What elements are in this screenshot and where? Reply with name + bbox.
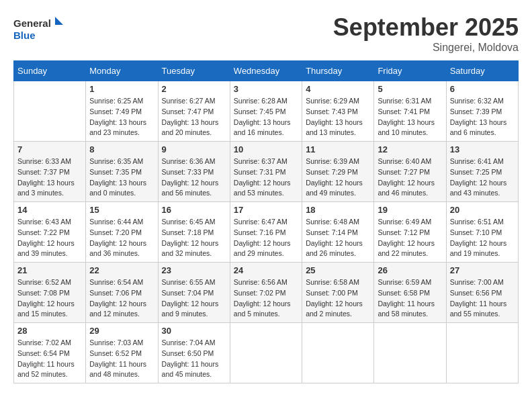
day-info: Sunrise: 6:43 AM Sunset: 7:22 PM Dayligh… <box>17 217 82 259</box>
day-number: 4 <box>306 84 370 94</box>
calendar-cell: 26Sunrise: 6:59 AM Sunset: 6:58 PM Dayli… <box>374 263 446 323</box>
day-info: Sunrise: 6:36 AM Sunset: 7:33 PM Dayligh… <box>162 156 226 199</box>
day-info: Sunrise: 6:45 AM Sunset: 7:18 PM Dayligh… <box>162 217 226 259</box>
day-number: 30 <box>162 326 226 336</box>
calendar-header-row: SundayMondayTuesdayWednesdayThursdayFrid… <box>14 61 519 81</box>
day-number: 17 <box>234 205 298 215</box>
day-number: 2 <box>162 84 226 94</box>
day-info: Sunrise: 6:44 AM Sunset: 7:20 PM Dayligh… <box>89 217 154 259</box>
day-number: 27 <box>450 265 515 275</box>
day-number: 13 <box>450 144 515 154</box>
calendar-cell <box>302 323 374 383</box>
header-tuesday: Tuesday <box>158 61 230 81</box>
day-info: Sunrise: 6:25 AM Sunset: 7:49 PM Dayligh… <box>89 96 154 138</box>
day-number: 22 <box>89 265 154 275</box>
calendar-week-row: 21Sunrise: 6:52 AM Sunset: 7:08 PM Dayli… <box>14 263 519 323</box>
day-number: 26 <box>378 265 442 275</box>
day-info: Sunrise: 6:41 AM Sunset: 7:25 PM Dayligh… <box>450 156 515 199</box>
calendar-cell: 16Sunrise: 6:45 AM Sunset: 7:18 PM Dayli… <box>158 202 230 263</box>
calendar-cell: 19Sunrise: 6:49 AM Sunset: 7:12 PM Dayli… <box>374 202 446 263</box>
calendar-cell: 30Sunrise: 7:04 AM Sunset: 6:50 PM Dayli… <box>158 323 230 383</box>
header-sunday: Sunday <box>14 61 86 81</box>
calendar-week-row: 7Sunrise: 6:33 AM Sunset: 7:37 PM Daylig… <box>14 142 519 202</box>
calendar-cell <box>446 323 518 383</box>
calendar-table: SundayMondayTuesdayWednesdayThursdayFrid… <box>13 60 519 383</box>
logo: General Blue <box>13 13 67 47</box>
day-info: Sunrise: 6:55 AM Sunset: 7:04 PM Dayligh… <box>162 277 226 320</box>
calendar-cell: 11Sunrise: 6:39 AM Sunset: 7:29 PM Dayli… <box>302 142 374 202</box>
calendar-cell: 28Sunrise: 7:02 AM Sunset: 6:54 PM Dayli… <box>14 323 86 383</box>
calendar-cell: 13Sunrise: 6:41 AM Sunset: 7:25 PM Dayli… <box>446 142 518 202</box>
day-info: Sunrise: 6:32 AM Sunset: 7:39 PM Dayligh… <box>450 96 515 138</box>
calendar-cell: 10Sunrise: 6:37 AM Sunset: 7:31 PM Dayli… <box>230 142 302 202</box>
calendar-cell: 29Sunrise: 7:03 AM Sunset: 6:52 PM Dayli… <box>86 323 158 383</box>
day-info: Sunrise: 6:56 AM Sunset: 7:02 PM Dayligh… <box>234 277 298 320</box>
day-number: 20 <box>450 205 515 215</box>
month-title: September 2025 <box>333 13 519 42</box>
calendar-cell: 9Sunrise: 6:36 AM Sunset: 7:33 PM Daylig… <box>158 142 230 202</box>
calendar-cell: 18Sunrise: 6:48 AM Sunset: 7:14 PM Dayli… <box>302 202 374 263</box>
calendar-week-row: 28Sunrise: 7:02 AM Sunset: 6:54 PM Dayli… <box>14 323 519 383</box>
calendar-cell: 1Sunrise: 6:25 AM Sunset: 7:49 PM Daylig… <box>86 81 158 142</box>
day-number: 10 <box>234 144 298 154</box>
calendar-cell: 4Sunrise: 6:29 AM Sunset: 7:43 PM Daylig… <box>302 81 374 142</box>
day-info: Sunrise: 6:29 AM Sunset: 7:43 PM Dayligh… <box>306 96 370 138</box>
page-header: General Blue September 2025 Singerei, Mo… <box>13 13 519 54</box>
header-friday: Friday <box>374 61 446 81</box>
day-info: Sunrise: 6:33 AM Sunset: 7:37 PM Dayligh… <box>17 156 82 199</box>
day-number: 18 <box>306 205 370 215</box>
calendar-cell: 8Sunrise: 6:35 AM Sunset: 7:35 PM Daylig… <box>86 142 158 202</box>
calendar-cell: 15Sunrise: 6:44 AM Sunset: 7:20 PM Dayli… <box>86 202 158 263</box>
calendar-cell: 7Sunrise: 6:33 AM Sunset: 7:37 PM Daylig… <box>14 142 86 202</box>
day-info: Sunrise: 6:35 AM Sunset: 7:35 PM Dayligh… <box>89 156 154 199</box>
day-info: Sunrise: 6:49 AM Sunset: 7:12 PM Dayligh… <box>378 217 442 259</box>
header-monday: Monday <box>86 61 158 81</box>
day-info: Sunrise: 6:47 AM Sunset: 7:16 PM Dayligh… <box>234 217 298 259</box>
day-info: Sunrise: 7:04 AM Sunset: 6:50 PM Dayligh… <box>162 338 226 380</box>
day-number: 9 <box>162 144 226 154</box>
day-number: 29 <box>89 326 154 336</box>
svg-text:Blue: Blue <box>13 30 36 41</box>
day-info: Sunrise: 6:27 AM Sunset: 7:47 PM Dayligh… <box>162 96 226 138</box>
day-info: Sunrise: 6:48 AM Sunset: 7:14 PM Dayligh… <box>306 217 370 259</box>
calendar-cell <box>14 81 86 142</box>
calendar-cell: 6Sunrise: 6:32 AM Sunset: 7:39 PM Daylig… <box>446 81 518 142</box>
header-saturday: Saturday <box>446 61 518 81</box>
calendar-cell <box>374 323 446 383</box>
day-info: Sunrise: 6:37 AM Sunset: 7:31 PM Dayligh… <box>234 156 298 199</box>
day-number: 24 <box>234 265 298 275</box>
day-info: Sunrise: 6:51 AM Sunset: 7:10 PM Dayligh… <box>450 217 515 259</box>
day-info: Sunrise: 6:59 AM Sunset: 6:58 PM Dayligh… <box>378 277 442 320</box>
day-number: 23 <box>162 265 226 275</box>
calendar-cell: 22Sunrise: 6:54 AM Sunset: 7:06 PM Dayli… <box>86 263 158 323</box>
day-info: Sunrise: 6:58 AM Sunset: 7:00 PM Dayligh… <box>306 277 370 320</box>
calendar-cell: 3Sunrise: 6:28 AM Sunset: 7:45 PM Daylig… <box>230 81 302 142</box>
day-number: 1 <box>89 84 154 94</box>
day-number: 15 <box>89 205 154 215</box>
calendar-cell: 24Sunrise: 6:56 AM Sunset: 7:02 PM Dayli… <box>230 263 302 323</box>
calendar-cell: 17Sunrise: 6:47 AM Sunset: 7:16 PM Dayli… <box>230 202 302 263</box>
day-info: Sunrise: 7:00 AM Sunset: 6:56 PM Dayligh… <box>450 277 515 320</box>
calendar-week-row: 14Sunrise: 6:43 AM Sunset: 7:22 PM Dayli… <box>14 202 519 263</box>
day-info: Sunrise: 6:31 AM Sunset: 7:41 PM Dayligh… <box>378 96 442 138</box>
calendar-cell: 2Sunrise: 6:27 AM Sunset: 7:47 PM Daylig… <box>158 81 230 142</box>
calendar-cell: 5Sunrise: 6:31 AM Sunset: 7:41 PM Daylig… <box>374 81 446 142</box>
day-number: 19 <box>378 205 442 215</box>
calendar-cell: 20Sunrise: 6:51 AM Sunset: 7:10 PM Dayli… <box>446 202 518 263</box>
day-info: Sunrise: 6:54 AM Sunset: 7:06 PM Dayligh… <box>89 277 154 320</box>
day-number: 6 <box>450 84 515 94</box>
day-number: 12 <box>378 144 442 154</box>
day-number: 7 <box>17 144 82 154</box>
calendar-cell: 23Sunrise: 6:55 AM Sunset: 7:04 PM Dayli… <box>158 263 230 323</box>
day-info: Sunrise: 6:40 AM Sunset: 7:27 PM Dayligh… <box>378 156 442 199</box>
day-number: 3 <box>234 84 298 94</box>
title-section: September 2025 Singerei, Moldova <box>333 13 519 54</box>
calendar-cell: 21Sunrise: 6:52 AM Sunset: 7:08 PM Dayli… <box>14 263 86 323</box>
header-wednesday: Wednesday <box>230 61 302 81</box>
day-number: 5 <box>378 84 442 94</box>
day-number: 16 <box>162 205 226 215</box>
day-number: 21 <box>17 265 82 275</box>
day-number: 8 <box>89 144 154 154</box>
day-info: Sunrise: 6:28 AM Sunset: 7:45 PM Dayligh… <box>234 96 298 138</box>
day-number: 25 <box>306 265 370 275</box>
